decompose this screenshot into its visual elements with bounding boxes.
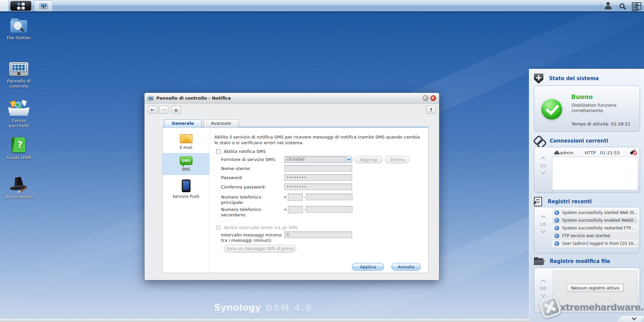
dsm-help-icon: ? xyxy=(12,137,26,153)
page-down-icon[interactable] xyxy=(541,229,545,233)
connection-time: 01:21:53 xyxy=(600,150,625,155)
page-down-icon[interactable] xyxy=(541,293,545,297)
info-icon: i xyxy=(554,210,559,215)
forward-button[interactable]: → xyxy=(159,106,168,114)
apply-button[interactable]: Applica xyxy=(352,263,384,271)
desktop-icon-label: File Station xyxy=(7,35,31,40)
control-panel-notification-window: Pannello di controllo - Notifica × ← → ⌂… xyxy=(144,93,439,280)
pager-count: 0/0 xyxy=(540,286,546,291)
xtremehardware-logo-icon xyxy=(538,296,562,319)
desktop: File Station Pannello di controllo Centr… xyxy=(0,0,644,322)
info-icon: i xyxy=(554,241,559,246)
interval-field[interactable]: 0 xyxy=(284,231,352,238)
dsm-branding: SynologyDSM 4.0 xyxy=(0,302,527,313)
page-down-icon[interactable] xyxy=(541,170,545,174)
desktop-icon-label: Avvio veloce xyxy=(5,194,33,199)
page-up-icon[interactable] xyxy=(541,279,545,284)
magnifier-icon xyxy=(14,22,22,30)
log-row[interactable]: iSystem successfully started Web St... xyxy=(552,209,638,216)
username-label: Nome utente: xyxy=(221,166,251,171)
sidebar-item-email[interactable]: E-mail xyxy=(163,131,209,153)
log-text: FTP service was started. xyxy=(562,233,611,238)
sidebar-item-push-service[interactable]: Servizio Push xyxy=(163,175,209,203)
taskbar-item-control-panel[interactable] xyxy=(35,1,52,11)
pilot-view-icon[interactable] xyxy=(632,2,641,9)
watermark: xtremehardware.com xyxy=(541,298,644,317)
enable-sms-label: Abilita notifica SMS xyxy=(224,149,266,154)
cancel-button[interactable]: Annulla xyxy=(391,263,421,271)
desktop-icon-label: Pannello di controllo xyxy=(3,78,35,89)
pager-count: 1/1 xyxy=(540,163,546,168)
show-desktop-corner[interactable] xyxy=(0,0,9,11)
secondary-phone-label: Numero telefonico secondario: xyxy=(221,207,273,218)
interval-limit-label: Abilita intervallo limite tra gli SMS xyxy=(224,225,298,230)
minimize-button[interactable] xyxy=(423,95,428,101)
secondary-country-code-field[interactable] xyxy=(288,206,303,213)
password-label: Password: xyxy=(221,175,243,180)
enable-sms-checkbox[interactable] xyxy=(216,149,221,154)
provider-value: clickatell xyxy=(287,157,305,162)
system-status-header: Stato del sistema xyxy=(534,73,599,84)
desktop-icon-label: Centro pacchetti xyxy=(3,118,35,128)
primary-phone-field[interactable] xyxy=(306,194,353,200)
window-titlebar[interactable]: Pannello di controllo - Notifica × xyxy=(145,93,439,104)
tab-generale[interactable]: Generale xyxy=(164,119,202,127)
desktop-icon-file-station[interactable]: File Station xyxy=(3,17,35,40)
interval-limit-checkbox[interactable] xyxy=(216,225,221,230)
primary-phone-label: Numero telefonico principale: xyxy=(221,195,273,205)
connection-row[interactable]: admin HTTP 01:21:53 xyxy=(553,149,637,156)
primary-country-code-field[interactable] xyxy=(288,194,303,201)
log-row[interactable]: iSystem successfully enabled WebD... xyxy=(552,217,638,224)
window-title: Pannello di controllo - Notifica xyxy=(156,96,231,101)
desktop-icon-quick-launch[interactable]: Avvio veloce xyxy=(3,175,35,199)
log-text: System successfully started Web St... xyxy=(562,210,638,215)
taskbar xyxy=(0,0,644,12)
interval-label: Intervallo messaggi minimo tra i messagg… xyxy=(221,232,285,243)
search-icon[interactable] xyxy=(620,3,625,8)
desktop-icon-package-center[interactable]: Centro pacchetti xyxy=(3,99,35,128)
main-menu-button[interactable] xyxy=(10,1,31,11)
enable-sms-row: Abilita notifica SMS xyxy=(216,149,266,154)
desktop-icon-dsm-help[interactable]: ? Guida DSM xyxy=(3,136,35,160)
user-icon[interactable] xyxy=(604,2,612,10)
package-center-icon xyxy=(9,100,28,116)
control-panel-icon xyxy=(148,96,154,101)
send-test-sms-button[interactable]: Invia un messaggio SMS di prova xyxy=(224,245,296,253)
phone-prefix: + xyxy=(283,195,287,200)
username-field[interactable] xyxy=(284,165,352,172)
info-icon: i xyxy=(554,233,559,238)
pager-count: 1/5 xyxy=(540,222,546,227)
help-button[interactable]: ? xyxy=(426,106,436,114)
connections-pager: 1/1 xyxy=(536,157,550,175)
close-button[interactable]: × xyxy=(430,95,436,101)
taskbar-separator xyxy=(601,2,601,10)
watermark-text: xtremehardware.com xyxy=(560,302,644,313)
widget-title: Connessioni correnti xyxy=(550,138,608,144)
delete-provider-button[interactable]: Elimina xyxy=(385,156,410,163)
tab-avanzate[interactable]: Avanzate xyxy=(203,119,239,127)
log-row[interactable]: iSystem successfully restarted FTP... xyxy=(552,224,638,232)
widget-title: Registri recenti xyxy=(548,199,592,205)
log-row[interactable]: iUser [admin] logged in from [10.16... xyxy=(552,240,638,247)
home-button[interactable]: ⌂ xyxy=(171,106,181,114)
uptime-text: Tempo di attività: 01:29:51 xyxy=(572,121,631,126)
add-provider-button[interactable]: Aggiungi xyxy=(355,156,383,163)
disconnect-icon[interactable] xyxy=(630,150,637,155)
chevron-down-icon[interactable] xyxy=(345,156,352,163)
dsm-version-text: DSM 4.0 xyxy=(266,303,313,313)
connections-card: 1/1 admin HTTP 01:21:53 xyxy=(534,147,640,193)
log-text: System successfully restarted FTP... xyxy=(562,226,634,230)
desktop-icon-control-panel[interactable]: Pannello di controllo xyxy=(3,60,35,89)
sidebar-item-label: E-mail xyxy=(180,145,193,150)
log-row[interactable]: iFTP service was started. xyxy=(552,232,638,239)
secondary-phone-field[interactable] xyxy=(306,206,353,213)
confirm-password-field[interactable]: •••••••• xyxy=(284,183,352,190)
sidebar-item-sms[interactable]: SMS SMS xyxy=(163,153,209,175)
password-field[interactable]: •••••••• xyxy=(284,174,352,181)
page-up-icon[interactable] xyxy=(541,215,545,220)
back-button[interactable]: ← xyxy=(148,106,157,114)
page-up-icon[interactable] xyxy=(541,157,545,161)
status-detail: DiskStation funziona correttamente. xyxy=(572,103,630,113)
provider-select[interactable]: clickatell xyxy=(284,156,352,163)
info-icon: i xyxy=(554,226,559,230)
